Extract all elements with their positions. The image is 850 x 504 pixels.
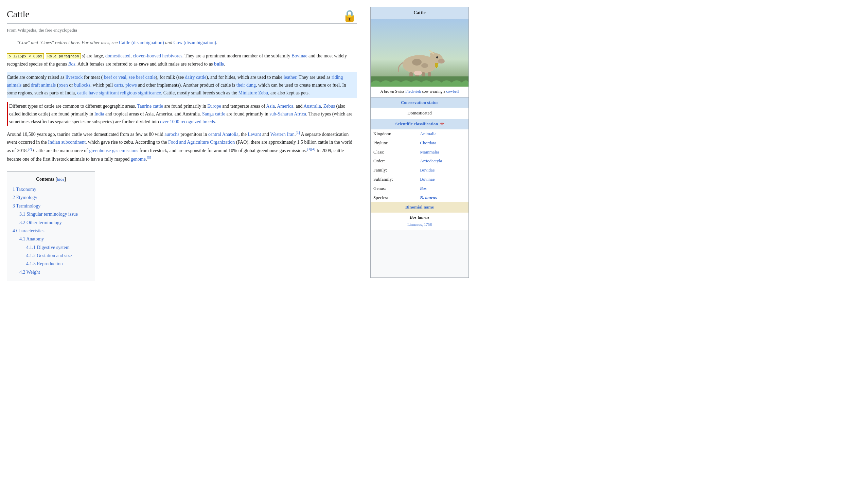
europe-link[interactable]: Europe xyxy=(207,104,221,109)
plows-link[interactable]: plows xyxy=(125,83,137,88)
dairy-cattle-link[interactable]: dairy cattle xyxy=(185,75,207,80)
contents-list: 1 Taxonomy 2 Etymology 3 Terminology 3.1… xyxy=(13,186,89,276)
contents-reproduction-link[interactable]: 4.1.3 Reproduction xyxy=(26,261,63,266)
tooltip-role: Role paragraph xyxy=(46,53,81,59)
table-row: Subfamily: Bovinae xyxy=(371,175,468,184)
contents-etymology-link[interactable]: 2 Etymology xyxy=(13,195,37,200)
kingdom-label: Kingdom: xyxy=(371,129,417,139)
america-link[interactable]: America xyxy=(277,104,293,109)
binomial-name-header: Binomial name xyxy=(371,202,468,213)
asia-link[interactable]: Asia xyxy=(266,104,275,109)
contents-anatomy-link[interactable]: 4.1 Anatomy xyxy=(19,236,44,241)
binomial-name-text: Bos taurus xyxy=(410,215,429,220)
conservation-status-header: Conservation status xyxy=(371,97,468,108)
contents-characteristics-link[interactable]: 4 Characteristics xyxy=(13,228,45,233)
bos-class-link[interactable]: Bos xyxy=(420,186,427,191)
australia-link[interactable]: Australia xyxy=(303,104,321,109)
miniature-zebu-link[interactable]: Miniature Zebu xyxy=(238,90,268,95)
binomial-name-value: Bos taurus xyxy=(371,213,468,222)
chordata-link[interactable]: Chordata xyxy=(420,140,436,145)
animalia-link[interactable]: Animalia xyxy=(420,131,436,136)
list-item: 4 Characteristics xyxy=(13,227,89,235)
mammalia-link[interactable]: Mammalia xyxy=(420,149,439,155)
subfamily-label: Subfamily: xyxy=(371,175,417,184)
caption-text2: cow wearing a xyxy=(422,89,446,94)
paragraph-2-highlighted: Cattle are commonly raised as livestock … xyxy=(7,72,357,98)
breeds-link[interactable]: over 1000 recognized breeds xyxy=(160,119,215,124)
tooltip-dimensions: p 1215px × 88px xyxy=(7,53,44,59)
leather-link[interactable]: leather xyxy=(284,75,296,80)
livestock-link[interactable]: livestock xyxy=(66,75,83,80)
western-iran-link[interactable]: Western Iran xyxy=(270,132,295,137)
svg-rect-13 xyxy=(435,63,438,67)
grass-svg xyxy=(371,76,468,87)
bovinae-class-link[interactable]: Bovinae xyxy=(420,177,435,182)
contents-terminology-link[interactable]: 3 Terminology xyxy=(13,203,40,209)
oxen-link[interactable]: oxen xyxy=(58,83,68,88)
contents-gestation-link[interactable]: 4.1.2 Gestation and size xyxy=(26,253,72,258)
fao-link[interactable]: Food and Agriculture Organization xyxy=(168,140,235,145)
indian-subcontinent-link[interactable]: Indian subcontinent xyxy=(48,140,86,145)
svg-point-3 xyxy=(436,56,438,58)
religious-sig-link[interactable]: cattle have significant religious signif… xyxy=(77,90,161,95)
list-item: 4.1.3 Reproduction xyxy=(13,260,89,268)
dung-link[interactable]: their dung xyxy=(236,83,256,88)
contents-box: Contents [hide] 1 Taxonomy 2 Etymology 3… xyxy=(7,171,95,282)
zebus-link[interactable]: Zebus xyxy=(323,104,335,109)
bos-link[interactable]: Bos xyxy=(68,61,75,67)
draft-animals-link[interactable]: draft animals xyxy=(31,83,56,88)
contents-other-link[interactable]: 3.2 Other terminology xyxy=(19,220,62,225)
hatnote: "Cow" and "Cows" redirect here. For othe… xyxy=(7,38,357,48)
list-item: 4.1.2 Gestation and size xyxy=(13,252,89,259)
family-label: Family: xyxy=(371,166,417,175)
taurine-cattle-link[interactable]: Taurine cattle xyxy=(137,104,163,109)
table-row: Order: Artiodactyla xyxy=(371,157,468,166)
contents-taxonomy-link[interactable]: 1 Taxonomy xyxy=(13,187,36,192)
edit-pencil-icon[interactable]: ✏ xyxy=(440,121,444,128)
table-row: Family: Bovidae xyxy=(371,166,468,175)
beef-link[interactable]: beef or veal, see beef cattle xyxy=(104,75,156,80)
aurochs-link[interactable]: aurochs xyxy=(164,132,179,137)
greenhouse-gas-link[interactable]: greenhouse gas emissions xyxy=(89,148,138,153)
bovidae-link[interactable]: Bovidae xyxy=(420,167,435,173)
page-title: Cattle 🔒 xyxy=(7,7,357,24)
cowbell-link[interactable]: cowbell xyxy=(446,89,459,94)
fleckvieh-link[interactable]: Fleckvieh xyxy=(405,89,421,94)
domesticated-link[interactable]: domesticated xyxy=(105,53,130,58)
scientific-classification-header: Scientific classification ✏ xyxy=(371,119,468,129)
list-item: 3 Terminology xyxy=(13,202,89,210)
genome-link[interactable]: genome xyxy=(131,156,146,161)
contents-hide-link[interactable]: hide xyxy=(57,177,65,182)
artiodactyla-link[interactable]: Artiodactyla xyxy=(420,158,442,163)
infobox-image xyxy=(371,19,468,87)
cow-svg xyxy=(392,39,447,80)
b-taurus-link[interactable]: B. taurus xyxy=(420,195,437,200)
title-text: Cattle xyxy=(7,9,30,19)
svg-point-12 xyxy=(414,71,422,75)
table-row: Class: Mammalia xyxy=(371,148,468,157)
infobox-title: Cattle xyxy=(371,7,468,19)
lock-icon: 🔒 xyxy=(342,7,357,25)
list-item: 2 Etymology xyxy=(13,194,89,201)
levant-link[interactable]: Levant xyxy=(248,132,261,137)
contents-singular-link[interactable]: 3.1 Singular terminology issue xyxy=(19,212,78,217)
cattle-disambig-link[interactable]: Cattle (disambiguation) xyxy=(119,40,164,45)
paragraph-4: Around 10,500 years ago, taurine cattle … xyxy=(7,130,357,163)
contents-weight-link[interactable]: 4.2 Weight xyxy=(19,270,40,275)
list-item: 3.1 Singular terminology issue xyxy=(13,211,89,218)
india-link[interactable]: India xyxy=(94,111,104,116)
sanga-cattle-link[interactable]: Sanga cattle xyxy=(202,111,225,116)
svg-point-11 xyxy=(421,63,428,68)
sub-saharan-link[interactable]: sub-Saharan Africa xyxy=(269,111,306,116)
cow-disambig-link[interactable]: Cow (disambiguation) xyxy=(174,40,216,45)
cloven-hooved-link[interactable]: cloven-hooved herbivores xyxy=(133,53,182,58)
contents-digestive-link[interactable]: 4.1.1 Digestive system xyxy=(26,245,70,250)
bovinae-link[interactable]: Bovinae xyxy=(291,53,307,58)
bullocks-link[interactable]: bullocks xyxy=(74,83,90,88)
carts-link[interactable]: carts xyxy=(114,83,123,88)
genus-label: Genus: xyxy=(371,184,417,193)
bulls-link[interactable]: bulls xyxy=(214,61,224,67)
linnaeus-link[interactable]: Linnaeus, 1758 xyxy=(407,222,432,227)
list-item: 3.2 Other terminology xyxy=(13,219,89,227)
central-anatolia-link[interactable]: central Anatolia xyxy=(208,132,238,137)
